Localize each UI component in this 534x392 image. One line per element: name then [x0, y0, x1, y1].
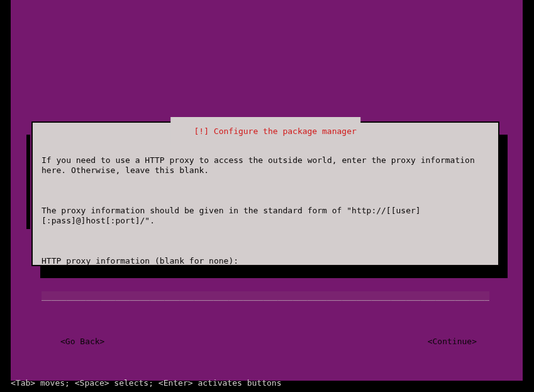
- dialog-paragraph-2: The proxy information should be given in…: [42, 206, 489, 226]
- go-back-button[interactable]: <Go Back>: [60, 337, 104, 347]
- dialog-title: [!] Configure the package manager: [170, 117, 360, 145]
- dialog-shadow-fragment: [26, 135, 30, 229]
- dialog-title-text: [!] Configure the package manager: [194, 126, 357, 136]
- dialog-paragraph-1: If you need to use a HTTP proxy to acces…: [42, 155, 489, 176]
- configure-package-manager-dialog: [!] Configure the package manager If you…: [31, 121, 499, 266]
- help-bar: <Tab> moves; <Space> selects; <Enter> ac…: [11, 378, 281, 388]
- dialog-button-row: <Go Back> <Continue>: [42, 337, 489, 347]
- continue-button[interactable]: <Continue>: [428, 337, 477, 347]
- proxy-prompt-label: HTTP proxy information (blank for none):: [42, 256, 489, 266]
- dialog-body: If you need to use a HTTP proxy to acces…: [33, 123, 498, 376]
- proxy-input[interactable]: ________________________________________…: [42, 291, 489, 301]
